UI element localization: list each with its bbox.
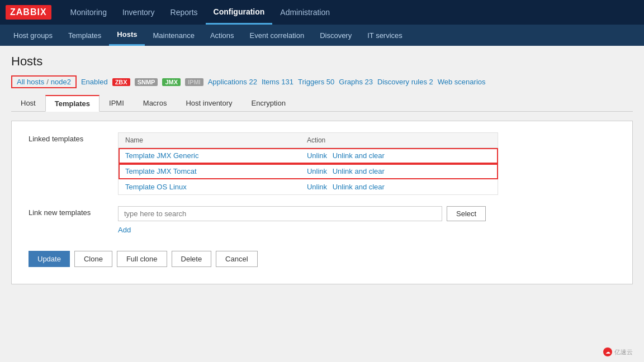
jmx-badge: JMX	[162, 78, 181, 86]
unlink-clear-os-linux-link[interactable]: Unlink and clear	[333, 183, 385, 191]
template-action-cell: Unlink Unlink and clear	[300, 179, 498, 195]
link-new-templates-content: Select Add	[118, 206, 615, 234]
nav-configuration[interactable]: Configuration	[206, 0, 273, 25]
nav-hosts[interactable]: Hosts	[109, 25, 145, 46]
breadcrumb: All hosts / node2	[11, 75, 77, 88]
action-buttons: Update Clone Full clone Delete Cancel	[29, 245, 615, 273]
cancel-button[interactable]: Cancel	[216, 251, 257, 267]
zbx-badge: ZBX	[112, 78, 130, 86]
nav-discovery[interactable]: Discovery	[312, 25, 359, 46]
template-name-cell: Template JMX Generic	[119, 148, 300, 164]
host-info-bar: All hosts / node2 Enabled ZBX SNMP JMX I…	[11, 75, 633, 88]
unlink-jmx-tomcat-link[interactable]: Unlink	[307, 167, 327, 175]
ipmi-badge: IPMI	[185, 78, 203, 86]
add-link[interactable]: Add	[118, 226, 131, 234]
nav-reports[interactable]: Reports	[163, 0, 206, 25]
breadcrumb-separator: /	[46, 78, 49, 86]
nav-event-correlation[interactable]: Event correlation	[242, 25, 312, 46]
nav-it-services[interactable]: IT services	[359, 25, 410, 46]
tab-encryption[interactable]: Encryption	[242, 95, 295, 112]
nav-administration[interactable]: Administration	[272, 0, 338, 25]
all-hosts-link[interactable]: All hosts	[17, 78, 44, 86]
tab-host-inventory[interactable]: Host inventory	[176, 95, 242, 112]
template-jmx-generic-link[interactable]: Template JMX Generic	[125, 151, 199, 160]
template-action-cell: Unlink Unlink and clear	[300, 148, 498, 164]
top-navigation: ZABBIX Monitoring Inventory Reports Conf…	[0, 0, 644, 25]
templates-table: Name Action Template JMX Generic Unlink	[118, 132, 498, 195]
nav-monitoring[interactable]: Monitoring	[63, 0, 115, 25]
linked-templates-row: Linked templates Name Action	[29, 132, 615, 195]
unlink-clear-jmx-generic-link[interactable]: Unlink and clear	[333, 151, 385, 160]
select-button[interactable]: Select	[447, 206, 486, 221]
snmp-badge: SNMP	[135, 78, 158, 86]
update-button[interactable]: Update	[29, 251, 70, 267]
tab-ipmi[interactable]: IPMI	[100, 95, 134, 112]
link-new-templates-label: Link new templates	[29, 206, 118, 217]
full-clone-button[interactable]: Full clone	[117, 251, 167, 267]
table-row: Template OS Linux Unlink Unlink and clea…	[119, 179, 498, 195]
template-os-linux-link[interactable]: Template OS Linux	[125, 183, 187, 191]
current-host-link[interactable]: node2	[51, 78, 71, 86]
clone-button[interactable]: Clone	[74, 251, 112, 267]
tab-host[interactable]: Host	[11, 95, 45, 112]
template-search-input[interactable]	[118, 206, 442, 221]
discovery-rules-link[interactable]: Discovery rules 2	[377, 78, 433, 86]
template-name-cell: Template OS Linux	[119, 179, 300, 195]
form-card: Linked templates Name Action	[11, 121, 633, 284]
col-action: Action	[300, 133, 498, 148]
linked-templates-section: Linked templates Name Action	[12, 121, 632, 284]
page-content: Hosts All hosts / node2 Enabled ZBX SNMP…	[0, 46, 644, 302]
nav-templates[interactable]: Templates	[60, 25, 109, 46]
second-navigation: Host groups Templates Hosts Maintenance …	[0, 25, 644, 46]
zabbix-logo: ZABBIX	[6, 5, 51, 20]
applications-link[interactable]: Applications 22	[208, 78, 257, 86]
search-row: Select	[118, 206, 615, 221]
tab-templates[interactable]: Templates	[45, 95, 100, 112]
web-scenarios-link[interactable]: Web scenarios	[438, 78, 486, 86]
col-name: Name	[119, 133, 300, 148]
unlink-os-linux-link[interactable]: Unlink	[307, 183, 327, 191]
tab-macros[interactable]: Macros	[134, 95, 177, 112]
template-jmx-tomcat-link[interactable]: Template JMX Tomcat	[125, 167, 197, 175]
table-row: Template JMX Generic Unlink Unlink and c…	[119, 148, 498, 164]
linked-templates-label: Linked templates	[29, 132, 118, 143]
triggers-link[interactable]: Triggers 50	[298, 78, 334, 86]
nav-inventory[interactable]: Inventory	[115, 0, 163, 25]
table-row: Template JMX Tomcat Unlink Unlink and cl…	[119, 164, 498, 179]
delete-button[interactable]: Delete	[172, 251, 212, 267]
sub-tabs: Host Templates IPMI Macros Host inventor…	[11, 95, 633, 112]
nav-host-groups[interactable]: Host groups	[6, 25, 60, 46]
template-name-cell: Template JMX Tomcat	[119, 164, 300, 179]
link-new-templates-row: Link new templates Select Add	[29, 206, 615, 234]
unlink-jmx-generic-link[interactable]: Unlink	[307, 151, 327, 160]
host-enabled-badge: Enabled	[81, 78, 108, 86]
graphs-link[interactable]: Graphs 23	[339, 78, 373, 86]
items-link[interactable]: Items 131	[262, 78, 293, 86]
page-title: Hosts	[11, 54, 633, 69]
linked-templates-content: Name Action Template JMX Generic Unlink	[118, 132, 615, 195]
template-action-cell: Unlink Unlink and clear	[300, 164, 498, 179]
unlink-clear-jmx-tomcat-link[interactable]: Unlink and clear	[333, 167, 385, 175]
nav-actions[interactable]: Actions	[202, 25, 242, 46]
nav-maintenance[interactable]: Maintenance	[145, 25, 202, 46]
